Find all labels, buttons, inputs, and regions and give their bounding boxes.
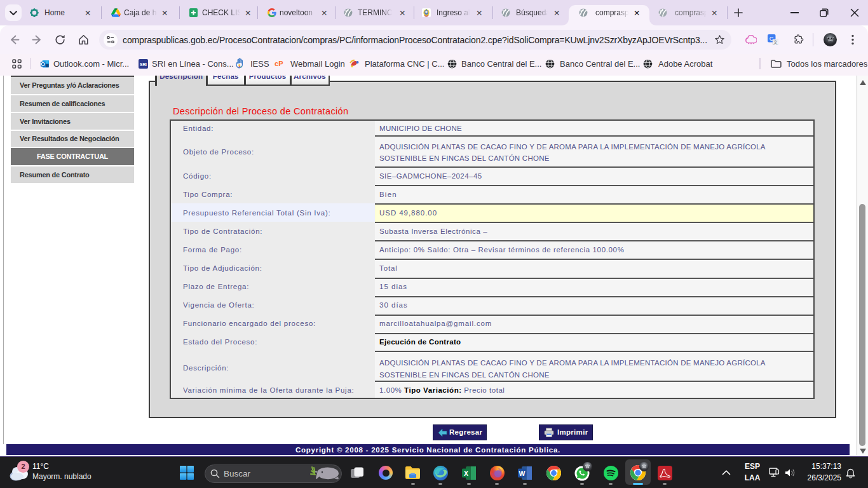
svg-text:X: X xyxy=(464,470,468,477)
svg-text:W: W xyxy=(519,470,526,477)
